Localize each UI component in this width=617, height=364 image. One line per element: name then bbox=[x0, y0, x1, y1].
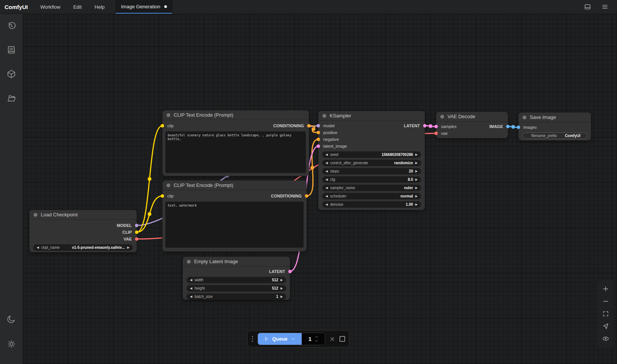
widget-seed[interactable]: ◀ seed 156680208700286 ▶ bbox=[322, 151, 421, 158]
select-mode-button[interactable] bbox=[602, 322, 609, 330]
decrement-arrow-icon[interactable]: ◀ bbox=[325, 153, 328, 156]
widget-steps[interactable]: ◀ steps 20 ▶ bbox=[322, 168, 421, 174]
increment-arrow-icon[interactable]: ▶ bbox=[127, 246, 130, 249]
menu-workflow[interactable]: Workflow bbox=[34, 0, 67, 14]
decrement-arrow-icon[interactable]: ◀ bbox=[325, 203, 328, 206]
collapse-dot[interactable] bbox=[322, 114, 326, 118]
decrement-arrow-icon[interactable]: ◀ bbox=[37, 246, 39, 249]
sidebar-workflows-button[interactable] bbox=[6, 93, 16, 105]
node-vae-decode[interactable]: VAE Decode samples IMAGE vae bbox=[436, 112, 508, 138]
widget-scheduler[interactable]: ◀ scheduler normal ▶ bbox=[322, 193, 421, 199]
slot-dot-model-input[interactable] bbox=[317, 124, 320, 128]
slot-dot-conditioning-output[interactable] bbox=[307, 124, 311, 128]
slot-dot-clip-input[interactable] bbox=[161, 194, 164, 198]
slot-dot-vae[interactable] bbox=[135, 238, 139, 241]
spin-down-icon[interactable] bbox=[315, 340, 318, 342]
decrement-arrow-icon[interactable]: ◀ bbox=[325, 195, 328, 198]
sidebar-settings-button[interactable] bbox=[6, 339, 16, 350]
sidebar-theme-toggle-button[interactable] bbox=[6, 314, 16, 325]
node-clip-text-encode-positive[interactable]: CLIP Text Encode (Prompt) clip CONDITION… bbox=[162, 110, 309, 176]
hamburger-menu-icon[interactable] bbox=[601, 3, 609, 11]
toggle-panel-icon[interactable] bbox=[584, 3, 591, 11]
decrement-arrow-icon[interactable]: ◀ bbox=[325, 170, 328, 173]
sidebar-model-library-button[interactable] bbox=[6, 69, 16, 80]
node-load-checkpoint[interactable]: Load Checkpoint MODEL CLIP VAE ◀ ckpt_na… bbox=[29, 210, 137, 252]
output-slot-latent[interactable]: LATENT bbox=[183, 268, 290, 275]
widget-control-after-generate[interactable]: ◀ control_after_generate randomize ▶ bbox=[322, 160, 421, 166]
collapse-dot[interactable] bbox=[34, 213, 37, 217]
output-slot-vae[interactable]: VAE bbox=[29, 236, 137, 242]
batch-count-input[interactable]: 1 bbox=[302, 333, 325, 345]
decrement-arrow-icon[interactable]: ◀ bbox=[190, 279, 192, 282]
slot-dot-clip[interactable] bbox=[135, 231, 139, 234]
widget-batch-size[interactable]: ◀ batch_size 1 ▶ bbox=[187, 293, 286, 300]
increment-arrow-icon[interactable]: ▶ bbox=[415, 178, 418, 181]
slot-dot-clip-input[interactable] bbox=[161, 124, 164, 128]
collapse-dot[interactable] bbox=[167, 184, 170, 187]
node-header[interactable]: Save Image bbox=[518, 113, 591, 122]
node-ksampler[interactable]: KSampler model LATENT positive negative … bbox=[318, 111, 425, 210]
widget-denoise[interactable]: ◀ denoise 1.00 ▶ bbox=[322, 201, 421, 208]
node-header[interactable]: Empty Latent Image bbox=[183, 257, 290, 267]
tab-image-generation[interactable]: Image Generation bbox=[116, 0, 172, 14]
node-header[interactable]: KSampler bbox=[318, 111, 425, 121]
collapse-dot[interactable] bbox=[523, 116, 526, 119]
increment-arrow-icon[interactable]: ▶ bbox=[281, 287, 283, 290]
decrement-arrow-icon[interactable]: ◀ bbox=[190, 295, 192, 298]
widget-sampler-name[interactable]: ◀ sampler_name euler ▶ bbox=[322, 185, 421, 191]
slot-dot-positive-input[interactable] bbox=[317, 131, 320, 134]
stop-icon[interactable] bbox=[339, 336, 345, 342]
increment-arrow-icon[interactable]: ▶ bbox=[415, 195, 418, 198]
increment-arrow-icon[interactable]: ▶ bbox=[415, 203, 418, 206]
increment-arrow-icon[interactable]: ▶ bbox=[281, 295, 283, 298]
node-clip-text-encode-negative[interactable]: CLIP Text Encode (Prompt) clip CONDITION… bbox=[162, 180, 307, 251]
increment-arrow-icon[interactable]: ▶ bbox=[281, 279, 283, 282]
prompt-textarea[interactable]: beautiful scenery nature glass bottle la… bbox=[165, 131, 306, 173]
widget-width[interactable]: ◀ width 512 ▶ bbox=[187, 277, 286, 283]
collapse-dot[interactable] bbox=[167, 113, 170, 117]
clear-queue-icon[interactable] bbox=[329, 336, 336, 342]
slot-dot-vae-input[interactable] bbox=[435, 132, 438, 135]
menu-help[interactable]: Help bbox=[88, 0, 111, 14]
widget-ckpt-name[interactable]: ◀ ckpt_name v1-5-pruned-emaonly.safete..… bbox=[33, 244, 133, 251]
slot-dot-conditioning-output[interactable] bbox=[305, 194, 308, 198]
toggle-link-visibility-button[interactable] bbox=[602, 335, 609, 342]
slot-dot-images-input[interactable] bbox=[517, 126, 520, 129]
collapse-dot[interactable] bbox=[187, 260, 191, 264]
node-empty-latent-image[interactable]: Empty Latent Image LATENT ◀ width 512 ▶ … bbox=[183, 257, 290, 300]
queue-button[interactable]: Queue bbox=[258, 333, 302, 345]
collapse-dot[interactable] bbox=[440, 115, 444, 119]
slot-dot-model[interactable] bbox=[135, 224, 139, 227]
node-header[interactable]: CLIP Text Encode (Prompt) bbox=[162, 110, 309, 120]
slot-dot-latent-image-input[interactable] bbox=[317, 145, 320, 148]
widget-cfg[interactable]: ◀ cfg 8.0 ▶ bbox=[322, 176, 421, 183]
prompt-textarea[interactable]: text, watermark bbox=[165, 202, 304, 248]
increment-arrow-icon[interactable]: ▶ bbox=[415, 162, 418, 165]
increment-arrow-icon[interactable]: ▶ bbox=[415, 187, 418, 190]
slot-dot-image-output[interactable] bbox=[506, 125, 510, 128]
slot-dot-negative-input[interactable] bbox=[317, 138, 320, 141]
node-header[interactable]: CLIP Text Encode (Prompt) bbox=[162, 180, 307, 190]
decrement-arrow-icon[interactable]: ◀ bbox=[325, 162, 328, 165]
slot-dot-latent-output[interactable] bbox=[423, 124, 427, 128]
increment-arrow-icon[interactable]: ▶ bbox=[415, 170, 418, 173]
output-slot-model[interactable]: MODEL bbox=[29, 222, 137, 229]
output-slot-clip[interactable]: CLIP bbox=[29, 229, 137, 236]
decrement-arrow-icon[interactable]: ◀ bbox=[325, 187, 328, 190]
node-save-image[interactable]: Save Image images filename_prefix ComfyU… bbox=[518, 113, 591, 140]
widget-filename-prefix[interactable]: filename_prefix ComfyUI bbox=[522, 133, 587, 139]
decrement-arrow-icon[interactable]: ◀ bbox=[325, 178, 328, 181]
decrement-arrow-icon[interactable]: ◀ bbox=[190, 287, 192, 290]
increment-arrow-icon[interactable]: ▶ bbox=[415, 153, 418, 156]
slot-dot-samples-input[interactable] bbox=[435, 125, 438, 128]
actionbar-drag-handle[interactable] bbox=[251, 336, 254, 342]
sidebar-queue-history-button[interactable] bbox=[6, 21, 16, 32]
node-header[interactable]: VAE Decode bbox=[436, 112, 508, 122]
zoom-out-button[interactable] bbox=[602, 298, 609, 305]
spin-up-icon[interactable] bbox=[315, 336, 318, 338]
zoom-in-button[interactable] bbox=[602, 285, 609, 293]
sidebar-node-library-button[interactable] bbox=[6, 45, 16, 56]
slot-dot-latent-output[interactable] bbox=[288, 270, 292, 273]
chevron-down-icon[interactable] bbox=[291, 336, 296, 341]
widget-height[interactable]: ◀ height 512 ▶ bbox=[187, 285, 286, 292]
